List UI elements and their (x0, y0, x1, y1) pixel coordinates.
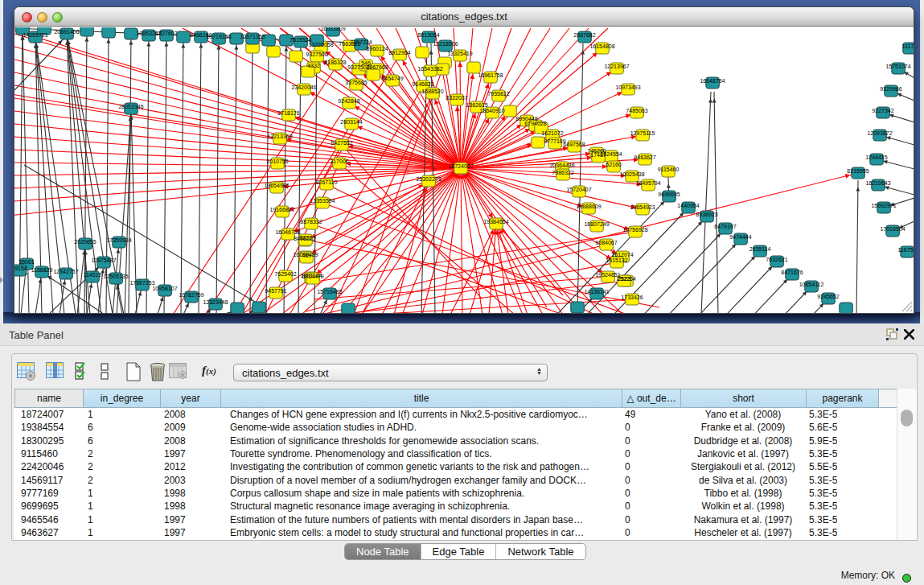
svg-text:7485063: 7485063 (626, 108, 647, 113)
svg-text:114519: 114519 (84, 272, 102, 278)
svg-text:9463627: 9463627 (634, 154, 655, 160)
svg-text:8322037: 8322037 (446, 95, 467, 101)
svg-text:9699695: 9699695 (658, 192, 680, 197)
svg-text:2523: 2523 (618, 276, 630, 282)
svg-text:12093872: 12093872 (867, 130, 892, 136)
svg-text:6914479: 6914479 (302, 274, 323, 279)
svg-text:35061: 35061 (18, 259, 35, 265)
svg-text:12213369: 12213369 (267, 134, 292, 139)
svg-text:1156829: 1156829 (31, 267, 53, 273)
svg-text:2935114: 2935114 (749, 246, 771, 252)
svg-text:6479197: 6479197 (714, 224, 736, 229)
svg-text:20691406: 20691406 (54, 29, 79, 35)
svg-text:11175: 11175 (902, 43, 914, 49)
svg-text:18807249: 18807249 (584, 221, 609, 227)
svg-text:13353594: 13353594 (310, 198, 335, 204)
svg-text:3375685: 3375685 (345, 80, 367, 85)
svg-text:28053346: 28053346 (118, 104, 143, 109)
svg-text:2967608: 2967608 (366, 64, 388, 70)
svg-text:1244415: 1244415 (865, 154, 887, 160)
svg-text:8471676: 8471676 (781, 270, 803, 275)
svg-text:1612074: 1612074 (611, 252, 633, 257)
svg-text:9227342: 9227342 (872, 108, 893, 113)
svg-text:16033809: 16033809 (320, 27, 345, 31)
svg-text:1615132: 1615132 (606, 257, 627, 263)
svg-text:16543382: 16543382 (417, 66, 442, 72)
svg-text:10688609: 10688609 (576, 204, 601, 209)
svg-text:8938923: 8938923 (696, 212, 717, 217)
svg-text:16782759: 16782759 (179, 292, 203, 298)
svg-text:2803144: 2803144 (340, 119, 362, 125)
svg-text:2887682: 2887682 (573, 32, 595, 38)
svg-text:8912954: 8912954 (388, 50, 410, 56)
svg-text:1010755: 1010755 (266, 159, 288, 164)
svg-text:15692971: 15692971 (871, 203, 896, 208)
svg-text:9457791: 9457791 (265, 288, 286, 294)
svg-text:8960124: 8960124 (366, 46, 388, 51)
svg-text:17487: 17487 (590, 152, 606, 158)
svg-text:12213967: 12213967 (604, 64, 629, 69)
svg-text:10025438: 10025438 (619, 171, 644, 177)
svg-text:1621072: 1621072 (541, 130, 563, 136)
svg-text:8267110: 8267110 (316, 179, 338, 185)
svg-text:10958107: 10958107 (152, 286, 177, 291)
svg-text:10975887: 10975887 (91, 257, 116, 263)
svg-text:19384554: 19384554 (483, 219, 508, 225)
svg-text:12323448: 12323448 (203, 299, 228, 305)
svg-text:18495794: 18495794 (635, 180, 660, 186)
svg-text:9115460: 9115460 (658, 167, 680, 172)
svg-text:7632621: 7632621 (766, 257, 787, 262)
svg-text:15751074: 15751074 (885, 64, 910, 69)
svg-text:18640910: 18640910 (479, 108, 504, 113)
svg-text:9245652: 9245652 (817, 294, 839, 299)
svg-text:317006: 317006 (330, 159, 348, 164)
svg-text:14055721: 14055721 (23, 32, 47, 38)
svg-text:14136141: 14136141 (584, 289, 609, 295)
svg-text:9242848: 9242848 (338, 98, 359, 104)
svg-text:8427552: 8427552 (331, 140, 352, 146)
svg-text:12342757: 12342757 (53, 269, 78, 274)
svg-text:116753: 116753 (898, 247, 914, 253)
svg-text:12975115: 12975115 (630, 130, 655, 136)
svg-text:489: 489 (302, 253, 311, 258)
svg-text:17957253: 17957253 (129, 280, 154, 286)
svg-text:6794028: 6794028 (524, 121, 546, 126)
svg-text:9474444: 9474444 (729, 234, 751, 240)
svg-text:2718176: 2718176 (277, 110, 299, 116)
svg-text:19166827: 19166827 (269, 207, 294, 212)
svg-text:7625402: 7625402 (274, 271, 296, 277)
svg-text:9146821: 9146821 (412, 81, 433, 87)
svg-text:18724007: 18724007 (448, 163, 473, 169)
svg-text:16961758: 16961758 (478, 72, 503, 78)
svg-text:8186328: 8186328 (324, 60, 346, 65)
svg-text:1362615: 1362615 (466, 102, 487, 108)
svg-text:8454749: 8454749 (381, 76, 403, 81)
svg-text:7515526: 7515526 (290, 37, 311, 43)
svg-text:8878332: 8878332 (300, 219, 322, 225)
svg-text:7986322: 7986322 (552, 170, 573, 175)
svg-text:15720407: 15720407 (566, 187, 591, 192)
svg-text:17359934: 17359934 (106, 237, 131, 243)
svg-text:1733426: 1733426 (621, 295, 643, 300)
svg-text:19654985: 19654985 (264, 183, 289, 188)
svg-text:8215955: 8215955 (847, 168, 869, 174)
svg-text:25302273: 25302273 (416, 176, 441, 182)
svg-text:16210643: 16210643 (865, 180, 890, 186)
svg-text:10756928: 10756928 (622, 227, 647, 233)
svg-text:1588520: 1588520 (421, 89, 443, 94)
svg-text:2020655: 2020655 (74, 239, 96, 245)
svg-text:8813054: 8813054 (417, 32, 439, 38)
svg-text:1527602: 1527602 (155, 31, 177, 36)
svg-text:10671355: 10671355 (240, 34, 265, 39)
svg-text:4332: 4332 (307, 63, 320, 68)
svg-text:17016504: 17016504 (880, 226, 905, 232)
svg-text:20364436: 20364436 (549, 163, 574, 168)
svg-text:9084067: 9084067 (595, 240, 617, 245)
svg-text:16154808: 16154808 (589, 43, 614, 49)
svg-text:12505135: 12505135 (103, 274, 128, 279)
svg-text:16046738: 16046738 (275, 229, 300, 235)
svg-text:6497568: 6497568 (563, 142, 585, 147)
svg-text:16648784: 16648784 (700, 78, 725, 84)
svg-text:8222: 8222 (299, 235, 312, 241)
svg-text:13325419: 13325419 (447, 51, 472, 56)
